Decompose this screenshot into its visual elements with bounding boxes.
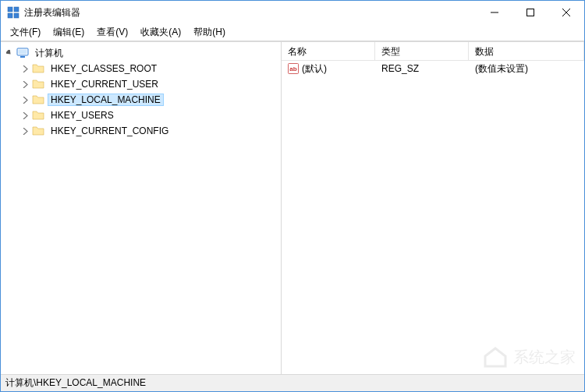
main-content: 计算机 HKEY_CLASSES_ROOTHKEY_CURRENT_USERHK…: [1, 41, 584, 374]
svg-rect-4: [527, 9, 534, 16]
value-name: (默认): [302, 62, 327, 76]
tree-root-label: 计算机: [32, 46, 66, 61]
tree-children: HKEY_CLASSES_ROOTHKEY_CURRENT_USERHKEY_L…: [1, 61, 281, 139]
value-data: (数值未设置): [469, 61, 584, 77]
tree-item[interactable]: HKEY_USERS: [16, 108, 281, 123]
expander-icon[interactable]: [20, 94, 30, 105]
expander-icon[interactable]: [4, 48, 15, 58]
folder-icon: [32, 125, 44, 137]
svg-text:ab: ab: [289, 65, 296, 72]
expander-icon[interactable]: [20, 63, 30, 74]
svg-rect-0: [8, 7, 12, 12]
folder-icon: [32, 62, 44, 75]
folder-icon: [32, 109, 44, 122]
tree-item-label: HKEY_USERS: [48, 109, 117, 122]
tree-item-label: HKEY_CURRENT_CONFIG: [48, 125, 172, 137]
minimize-button[interactable]: [477, 1, 512, 24]
menu-edit[interactable]: 编辑(E): [47, 24, 90, 41]
svg-rect-3: [14, 13, 19, 18]
window-controls: [477, 1, 584, 24]
maximize-button[interactable]: [512, 1, 548, 24]
statusbar-path: 计算机\HKEY_LOCAL_MACHINE: [5, 376, 146, 390]
tree-pane[interactable]: 计算机 HKEY_CLASSES_ROOTHKEY_CURRENT_USERHK…: [1, 42, 282, 374]
tree-item[interactable]: HKEY_LOCAL_MACHINE: [16, 92, 281, 108]
folder-icon: [32, 94, 44, 106]
window-title: 注册表编辑器: [24, 6, 477, 19]
menu-favorites[interactable]: 收藏夹(A): [134, 24, 187, 41]
column-type[interactable]: 类型: [375, 42, 469, 60]
computer-icon: [16, 47, 29, 59]
tree-item[interactable]: HKEY_CURRENT_USER: [16, 76, 281, 92]
svg-rect-2: [8, 13, 12, 18]
column-name[interactable]: 名称: [282, 42, 375, 60]
svg-rect-7: [20, 56, 25, 58]
menu-help[interactable]: 帮助(H): [187, 24, 232, 41]
string-value-icon: ab: [288, 63, 299, 74]
titlebar: 注册表编辑器: [1, 1, 584, 24]
menu-file[interactable]: 文件(F): [4, 24, 47, 41]
tree-item-label: HKEY_CURRENT_USER: [48, 78, 161, 90]
tree-item-label: HKEY_LOCAL_MACHINE: [48, 94, 164, 106]
statusbar: 计算机\HKEY_LOCAL_MACHINE: [1, 374, 584, 391]
tree-item[interactable]: HKEY_CURRENT_CONFIG: [16, 123, 281, 139]
menubar: 文件(F) 编辑(E) 查看(V) 收藏夹(A) 帮助(H): [1, 24, 584, 41]
menu-view[interactable]: 查看(V): [90, 24, 134, 41]
list-row[interactable]: ab(默认)REG_SZ(数值未设置): [282, 61, 584, 76]
expander-icon[interactable]: [20, 79, 30, 90]
tree-root[interactable]: 计算机: [1, 45, 281, 61]
value-type: REG_SZ: [375, 62, 469, 76]
svg-rect-6: [19, 50, 27, 55]
close-button[interactable]: [548, 1, 584, 24]
tree-item[interactable]: HKEY_CLASSES_ROOT: [16, 61, 281, 76]
column-data[interactable]: 数据: [469, 42, 584, 60]
expander-icon[interactable]: [20, 125, 30, 136]
tree-item-label: HKEY_CLASSES_ROOT: [48, 62, 160, 75]
list-header: 名称 类型 数据: [282, 42, 584, 61]
regedit-icon: [7, 6, 20, 19]
list-pane: 名称 类型 数据 ab(默认)REG_SZ(数值未设置): [282, 42, 584, 374]
list-body[interactable]: ab(默认)REG_SZ(数值未设置): [282, 61, 584, 374]
expander-icon[interactable]: [20, 110, 30, 121]
folder-icon: [32, 78, 44, 90]
svg-rect-1: [14, 7, 19, 12]
